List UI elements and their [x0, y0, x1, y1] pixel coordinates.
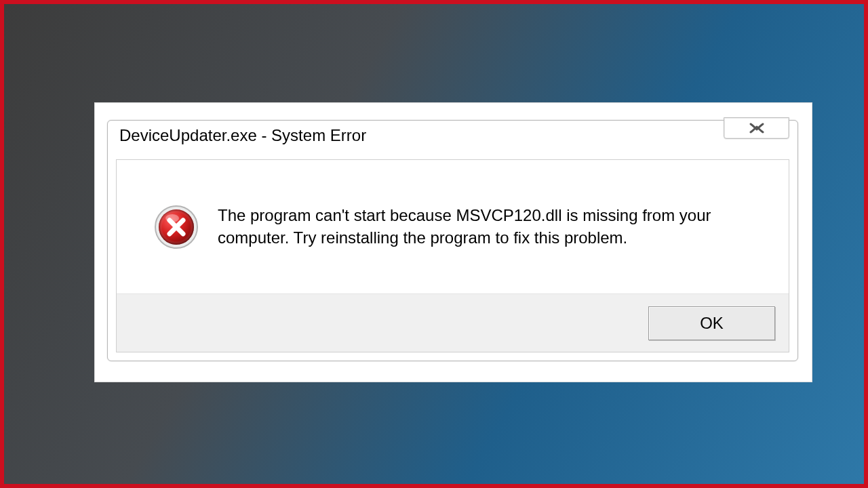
message-area: The program can't start because MSVCP120… [117, 160, 789, 293]
desktop-background: DeviceUpdater.exe - System Error [0, 0, 868, 488]
system-error-dialog: DeviceUpdater.exe - System Error [107, 120, 798, 361]
close-icon [748, 123, 766, 134]
close-button[interactable] [724, 117, 789, 139]
ok-button-label: OK [700, 314, 724, 333]
dialog-titlebar: DeviceUpdater.exe - System Error [108, 121, 797, 159]
svg-point-5 [165, 214, 179, 222]
dialog-button-row: OK [117, 293, 789, 352]
ok-button[interactable]: OK [648, 306, 775, 340]
dialog-client-area: The program can't start because MSVCP120… [116, 159, 789, 352]
screenshot-backing: DeviceUpdater.exe - System Error [94, 102, 812, 382]
dialog-title: DeviceUpdater.exe - System Error [119, 126, 366, 145]
error-icon [154, 205, 199, 249]
error-message: The program can't start because MSVCP120… [218, 205, 747, 249]
